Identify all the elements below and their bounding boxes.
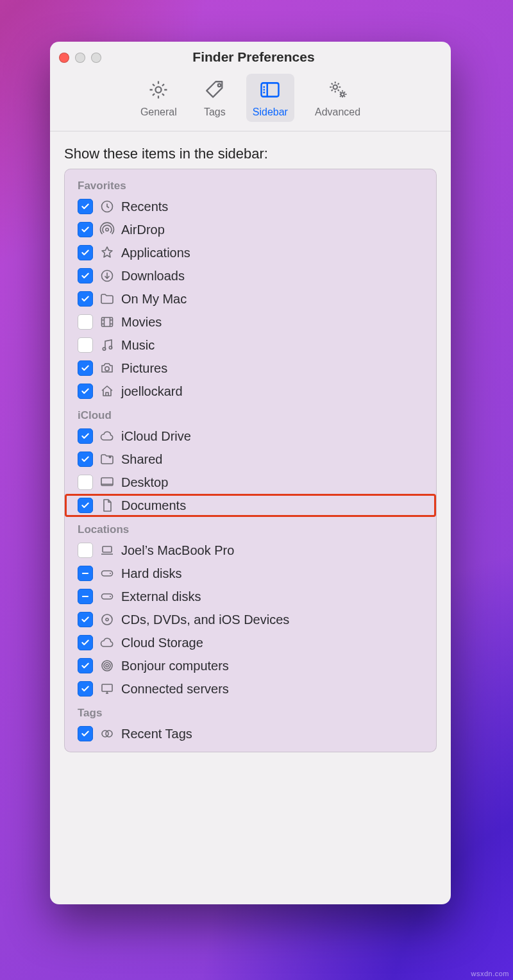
airdrop-icon	[99, 222, 115, 237]
sidebar-item-recenttags[interactable]: Recent Tags	[65, 722, 436, 745]
sidebar-item-extdisks[interactable]: External disks	[65, 585, 436, 608]
sidebar-item-cloudstorage[interactable]: Cloud Storage	[65, 631, 436, 654]
house-icon	[99, 384, 115, 399]
sidebar-item-label: Pictures	[121, 361, 167, 376]
sidebar-item-bonjour[interactable]: Bonjour computers	[65, 654, 436, 677]
tab-sidebar[interactable]: Sidebar	[246, 74, 294, 122]
camera-icon	[99, 360, 115, 376]
sidebar-item-downloads[interactable]: Downloads	[65, 264, 436, 287]
tag-icon	[204, 79, 226, 103]
sidebar-item-label: Cloud Storage	[121, 636, 203, 650]
checkbox[interactable]	[78, 498, 93, 513]
sidebar-item-label: Documents	[121, 498, 186, 513]
apps-icon	[99, 245, 115, 260]
checkbox[interactable]	[78, 681, 93, 697]
toolbar-tabs: General Tags Sidebar Advanced	[50, 74, 451, 122]
checkbox[interactable]	[78, 452, 93, 467]
sidebar-item-label: Recents	[121, 199, 168, 214]
checkbox[interactable]	[78, 726, 93, 741]
sidebar-item-movies[interactable]: Movies	[65, 310, 436, 334]
checkbox[interactable]	[78, 199, 93, 214]
checkbox[interactable]	[78, 428, 93, 444]
checkbox[interactable]	[78, 475, 93, 490]
sidebar-item-thismac[interactable]: Joel’s MacBook Pro	[65, 539, 436, 562]
checkbox[interactable]	[78, 612, 93, 627]
sidebar-item-documents[interactable]: Documents	[65, 494, 436, 517]
desktop-icon	[99, 475, 115, 490]
disc-icon	[99, 612, 115, 627]
checkbox[interactable]	[78, 314, 93, 330]
sidebar-item-label: Desktop	[121, 475, 168, 490]
folder-icon	[99, 291, 115, 307]
sidebar-item-label: joellockard	[121, 384, 183, 399]
tab-advanced-label: Advanced	[315, 106, 360, 118]
sidebar-item-shared[interactable]: Shared	[65, 448, 436, 471]
section-heading-locations: Locations	[65, 517, 436, 539]
sidebar-item-connected[interactable]: Connected servers	[65, 677, 436, 700]
bonjour-icon	[99, 658, 115, 673]
sidebar-item-applications[interactable]: Applications	[65, 241, 436, 264]
checkbox[interactable]	[78, 566, 93, 581]
minimize-window-button[interactable]	[75, 53, 85, 63]
checkbox[interactable]	[78, 337, 93, 353]
sidebar-item-label: Bonjour computers	[121, 659, 229, 673]
titlebar: Finder Preferences	[50, 42, 451, 65]
sidebar-item-airdrop[interactable]: AirDrop	[65, 218, 436, 241]
sidebar-item-recents[interactable]: Recents	[65, 195, 436, 218]
sidebar-item-iclouddrive[interactable]: iCloud Drive	[65, 425, 436, 448]
checkbox[interactable]	[78, 589, 93, 604]
checkbox[interactable]	[78, 543, 93, 558]
sidebar-item-label: Connected servers	[121, 682, 229, 697]
sidebar-item-discs[interactable]: CDs, DVDs, and iOS Devices	[65, 608, 436, 631]
sidebar-item-label: Hard disks	[121, 566, 181, 581]
tab-advanced[interactable]: Advanced	[308, 74, 367, 122]
clock-icon	[99, 199, 115, 214]
sidebar-item-label: External disks	[121, 589, 201, 604]
sidebar-item-label: On My Mac	[121, 292, 187, 307]
window-controls	[59, 51, 101, 63]
checkbox[interactable]	[78, 291, 93, 307]
sidebar-items-panel: FavoritesRecentsAirDropApplicationsDownl…	[64, 169, 437, 752]
gear-icon	[147, 79, 169, 103]
tab-sidebar-label: Sidebar	[253, 106, 288, 118]
zoom-window-button[interactable]	[91, 53, 101, 63]
sidebar-item-harddisks[interactable]: Hard disks	[65, 562, 436, 585]
disk-icon	[99, 589, 115, 604]
sidebar-item-label: Music	[121, 338, 155, 353]
close-window-button[interactable]	[59, 53, 69, 63]
sidebar-item-onmymac[interactable]: On My Mac	[65, 287, 436, 310]
tab-general[interactable]: General	[134, 74, 183, 122]
checkbox[interactable]	[78, 222, 93, 237]
tab-tags[interactable]: Tags	[198, 74, 232, 122]
sidebar-icon	[259, 79, 281, 103]
checkbox[interactable]	[78, 384, 93, 399]
sidebar-item-label: Recent Tags	[121, 727, 192, 741]
sidebar-item-desktop[interactable]: Desktop	[65, 471, 436, 494]
tagstack-icon	[99, 726, 115, 741]
tab-tags-label: Tags	[204, 106, 226, 118]
checkbox[interactable]	[78, 658, 93, 673]
sidebar-item-home[interactable]: joellockard	[65, 380, 436, 403]
section-heading-favorites: Favorites	[65, 173, 436, 195]
cloud-icon	[99, 635, 115, 650]
sidebar-item-label: CDs, DVDs, and iOS Devices	[121, 612, 289, 627]
sidebar-item-label: Movies	[121, 315, 162, 330]
sidebar-item-pictures[interactable]: Pictures	[65, 357, 436, 380]
sidebar-item-label: iCloud Drive	[121, 429, 191, 444]
laptop-icon	[99, 543, 115, 558]
window-title: Finder Preferences	[101, 49, 406, 65]
checkbox[interactable]	[78, 635, 93, 650]
gears-icon	[327, 79, 349, 103]
film-icon	[99, 314, 115, 330]
sidebar-item-music[interactable]: Music	[65, 334, 436, 357]
cloud-icon	[99, 428, 115, 444]
disk-icon	[99, 566, 115, 581]
checkbox[interactable]	[78, 268, 93, 283]
sidebar-item-label: Applications	[121, 246, 190, 260]
checkbox[interactable]	[78, 245, 93, 260]
sidebar-item-label: Shared	[121, 452, 163, 467]
download-icon	[99, 268, 115, 283]
sharedfolder-icon	[99, 452, 115, 467]
checkbox[interactable]	[78, 360, 93, 376]
server-icon	[99, 681, 115, 697]
